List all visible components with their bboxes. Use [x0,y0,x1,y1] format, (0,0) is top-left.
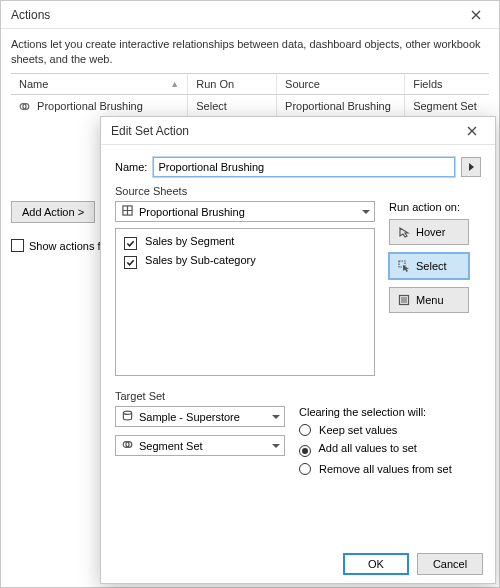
chevron-down-icon [272,440,280,452]
name-label: Name: [115,161,147,173]
source-sheets-list: Sales by Segment Sales by Sub-category [115,228,375,376]
radio-icon[interactable] [299,445,311,457]
name-insert-menu-button[interactable] [461,157,481,177]
col-source[interactable]: Source [277,74,405,94]
sheet-checkbox[interactable] [124,256,137,269]
svg-point-5 [123,411,131,414]
run-menu-button[interactable]: Menu [389,287,469,313]
source-sheet-item[interactable]: Sales by Segment [124,235,366,250]
clear-add-option[interactable]: Add all values to set [299,442,452,457]
clear-remove-option[interactable]: Remove all values from set [299,463,452,475]
radio-icon[interactable] [299,463,311,475]
dialog-title: Edit Set Action [111,124,455,138]
set-icon [19,101,30,112]
clear-keep-option[interactable]: Keep set values [299,424,452,436]
show-actions-label: Show actions for [29,240,110,252]
source-dashboard-select[interactable]: Proportional Brushing [115,201,375,222]
col-fields[interactable]: Fields [405,74,489,94]
ok-button[interactable]: OK [343,553,409,575]
cancel-button[interactable]: Cancel [417,553,483,575]
sheet-checkbox[interactable] [124,237,137,250]
source-sheets-label: Source Sheets [115,185,481,197]
source-sheet-item[interactable]: Sales by Sub-category [124,254,366,269]
chevron-down-icon [272,411,280,423]
datasource-icon [122,410,133,423]
actions-description: Actions let you create interactive relat… [1,29,499,73]
show-actions-checkbox[interactable] [11,239,24,252]
action-name-input[interactable] [153,157,455,177]
dialog-close-icon[interactable] [455,120,489,142]
actions-grid-header: Name▲ Run On Source Fields [11,73,489,95]
run-action-label: Run action on: [389,201,481,213]
dashboard-icon [122,205,133,218]
target-datasource-select[interactable]: Sample - Superstore [115,406,285,427]
run-select-button[interactable]: Select [389,253,469,279]
row-name: Proportional Brushing [37,100,143,112]
row-runon: Select [188,95,277,117]
set-icon [122,439,133,452]
row-source: Proportional Brushing [277,95,405,117]
radio-icon[interactable] [299,424,311,436]
target-set-select[interactable]: Segment Set [115,435,285,456]
close-icon[interactable] [459,1,493,29]
col-runon[interactable]: Run On [188,74,277,94]
add-action-button[interactable]: Add Action > [11,201,95,223]
col-name[interactable]: Name [19,78,48,90]
chevron-down-icon [362,206,370,218]
clearing-label: Clearing the selection will: [299,406,452,418]
actions-titlebar: Actions [1,1,499,29]
sort-asc-icon[interactable]: ▲ [170,79,179,89]
run-hover-button[interactable]: Hover [389,219,469,245]
actions-grid-row[interactable]: Proportional Brushing Select Proportiona… [11,95,489,117]
actions-title: Actions [11,8,459,22]
row-fields: Segment Set [405,95,489,117]
target-set-label: Target Set [115,390,481,402]
dialog-titlebar: Edit Set Action [101,117,495,145]
